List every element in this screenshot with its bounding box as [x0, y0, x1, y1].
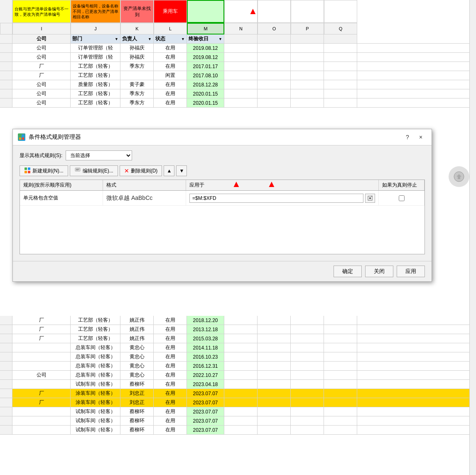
table-row: 试制车间（轻客） 蔡柳环 在用 2023.07.07	[0, 407, 476, 416]
col-header-rule: 规则(按所示顺序应用)	[20, 180, 103, 190]
header-cell-o	[258, 0, 291, 23]
move-down-button[interactable]: ▼	[176, 165, 187, 176]
delete-rule-button[interactable]: ✕ 删除规则(D)	[120, 165, 162, 176]
col-header-k[interactable]: K	[120, 23, 154, 34]
show-rules-row: 显示其格式规则(S): 当前选择	[20, 150, 425, 160]
bottom-data-rows: 厂 工艺部（轻客） 姚正伟 在用 2018.12.20 厂 工艺部（轻客） 姚正…	[0, 316, 476, 435]
svg-rect-2	[22, 135, 24, 137]
svg-rect-1	[19, 135, 21, 137]
dialog-title-text: 条件格式规则管理器	[29, 133, 81, 141]
filter-row: 公司 部门▼ 负责人▼ 状态▼ 终验收日▼	[0, 34, 476, 44]
table-row: 厂 工艺部（轻客） 闲置 2017.08.10	[0, 71, 476, 80]
new-rule-button[interactable]: 新建规则(N)...	[20, 165, 68, 176]
confirm-button[interactable]: 确定	[334, 266, 362, 277]
filter-cell-i[interactable]: 公司	[12, 34, 71, 43]
svg-rect-9	[75, 168, 80, 171]
dialog-body: 显示其格式规则(S): 当前选择 新建规则(N)...	[13, 145, 432, 259]
delete-rule-icon: ✕	[124, 167, 129, 174]
col-header-format: 格式	[103, 180, 186, 190]
filter-cell-dept[interactable]: 部门▼	[71, 34, 120, 43]
table-row: 公司 工艺部（轻客） 季东方 在用 2020.01.15	[0, 98, 476, 108]
close-button[interactable]: ×	[415, 133, 427, 142]
rules-table-header: 规则(按所示顺序应用) 格式 应用于 如果为真则停止	[20, 180, 424, 191]
filter-cell-person[interactable]: 负责人▼	[120, 34, 154, 43]
special-headers: 台账与资产清单设备编号不一致，更改为资产清单编号 设备编号相同，设备名称不同，已…	[0, 0, 476, 23]
col-header-i[interactable]: I	[12, 23, 71, 34]
table-row: 试制车间（轻客） 蔡柳环 在用 2023.07.07	[0, 416, 476, 426]
table-row: 总装车间（轻客） 黄忠心 在用 2016.12.31	[0, 362, 476, 371]
row-num-stub	[0, 0, 12, 23]
edit-rule-button[interactable]: 编辑规则(E)...	[70, 165, 118, 176]
rule-text: 单元格包含空值	[23, 194, 58, 202]
table-row: 公司 订单管理部（轻 孙福庆 在用 2019.08.12	[0, 44, 476, 53]
svg-rect-3	[19, 138, 21, 140]
table-row: 厂 涂装车间（轻客） 刘忠正 在用 2023.07.07	[0, 398, 476, 407]
toolbar-row: 新建规则(N)... 编辑规则(E)... ✕ 删除规则(D) ▲	[20, 165, 425, 176]
rule-text-cell: 单元格包含空值	[20, 191, 103, 205]
top-data-rows: 公司 订单管理部（轻 孙福庆 在用 2019.08.12 公司 订单管理部（轻 …	[0, 44, 476, 108]
header-cell-j: 设备编号相同，设备名称不同，已更改为资产清单相目名称	[71, 0, 120, 23]
help-button[interactable]: ?	[402, 133, 413, 142]
apply-to-field	[189, 194, 375, 203]
col-header-apply: 应用于	[186, 180, 379, 190]
table-row: 厂 工艺部（轻客） 姚正伟 在用 2015.03.28	[0, 334, 476, 343]
table-row: 试制车间（轻客） 蔡柳环 在用 2023.07.07	[0, 426, 476, 435]
filter-cell-n	[224, 34, 258, 43]
table-row: 公司 工艺部（轻客） 季东方 在用 2020.01.15	[0, 89, 476, 98]
dialog-red-arrow-1: ▲	[232, 179, 241, 190]
table-row: 总装车间（轻客） 黄忠心 在用 2014.11.18	[0, 343, 476, 352]
filter-rownum	[0, 34, 12, 43]
edit-rule-label: 编辑规则(E)...	[83, 167, 113, 175]
svg-rect-8	[28, 171, 30, 173]
header-cell-q	[324, 0, 357, 23]
col-header-stop: 如果为真则停止	[379, 180, 424, 190]
table-row: 总装车间（轻客） 黄忠心 在用 2016.10.23	[0, 352, 476, 362]
apply-to-input[interactable]	[189, 194, 363, 203]
header-cell-k: 资产清单未找到	[120, 0, 154, 23]
col-header-q[interactable]: Q	[324, 23, 357, 34]
dialog-title-icon	[18, 133, 25, 141]
table-row: 厂 工艺部（轻客） 姚正伟 在用 2018.12.20	[0, 316, 476, 325]
show-rules-label: 显示其格式规则(S):	[20, 152, 62, 159]
svg-rect-5	[25, 167, 27, 170]
header-cell-p	[291, 0, 324, 23]
filter-cell-p	[291, 34, 324, 43]
apply-to-cell	[186, 191, 379, 205]
svg-rect-7	[25, 171, 27, 173]
edit-rule-icon	[74, 167, 81, 175]
vertical-scrollbar[interactable]	[469, 0, 476, 475]
close-dialog-button[interactable]: 关闭	[365, 266, 393, 277]
dialog-title-controls: ? ×	[402, 133, 427, 142]
dialog-title-area: 条件格式规则管理器	[18, 133, 81, 141]
filter-cell-q	[324, 34, 357, 43]
col-header-m[interactable]: M	[187, 23, 224, 34]
col-header-n[interactable]: N	[224, 23, 258, 34]
dialog-red-arrow-2: ▲	[267, 179, 276, 190]
col-headers: I J K L M N O P Q	[0, 23, 476, 34]
table-row: 厂 工艺部（轻客） 季东方 在用 2017.01.17	[0, 62, 476, 71]
rules-table: 规则(按所示顺序应用) 格式 应用于 如果为真则停止 单元格包含空值 微软卓越 …	[20, 180, 425, 254]
move-up-button[interactable]: ▲	[164, 165, 174, 176]
show-rules-select[interactable]: 当前选择	[66, 150, 132, 160]
filter-cell-o	[258, 34, 291, 43]
stop-if-true-checkbox[interactable]	[399, 195, 405, 201]
table-row: 试制车间（轻客） 蔡柳环 在用 2023.04.18	[0, 380, 476, 389]
col-header-o[interactable]: O	[258, 23, 291, 34]
col-header-l[interactable]: L	[154, 23, 187, 34]
table-row: 厂 涂装车间（轻客） 刘忠正 在用 2023.07.07	[0, 389, 476, 398]
apply-button[interactable]: 应用	[397, 266, 425, 277]
apply-to-select-button[interactable]	[365, 194, 375, 203]
col-header-j[interactable]: J	[71, 23, 120, 34]
svg-rect-4	[22, 138, 24, 140]
delete-rule-label: 删除规则(D)	[131, 167, 158, 175]
dialog-footer: 确定 关闭 应用	[13, 261, 432, 281]
col-header-p[interactable]: P	[291, 23, 324, 34]
svg-rect-6	[28, 167, 30, 170]
filter-cell-status[interactable]: 状态▼	[154, 34, 187, 43]
filter-cell-date[interactable]: 终验收日▼	[187, 34, 224, 43]
table-row: 公司 质量部（轻客） 黄子豪 在用 2018.12.28	[0, 80, 476, 89]
stop-if-true-cell	[379, 191, 424, 205]
conditional-format-dialog: 条件格式规则管理器 ? × 显示其格式规则(S): 当前选择	[12, 129, 432, 282]
table-row: 厂 工艺部（轻客） 姚正伟 在用 2013.12.18	[0, 325, 476, 334]
new-rule-label: 新建规则(N)...	[32, 167, 64, 175]
